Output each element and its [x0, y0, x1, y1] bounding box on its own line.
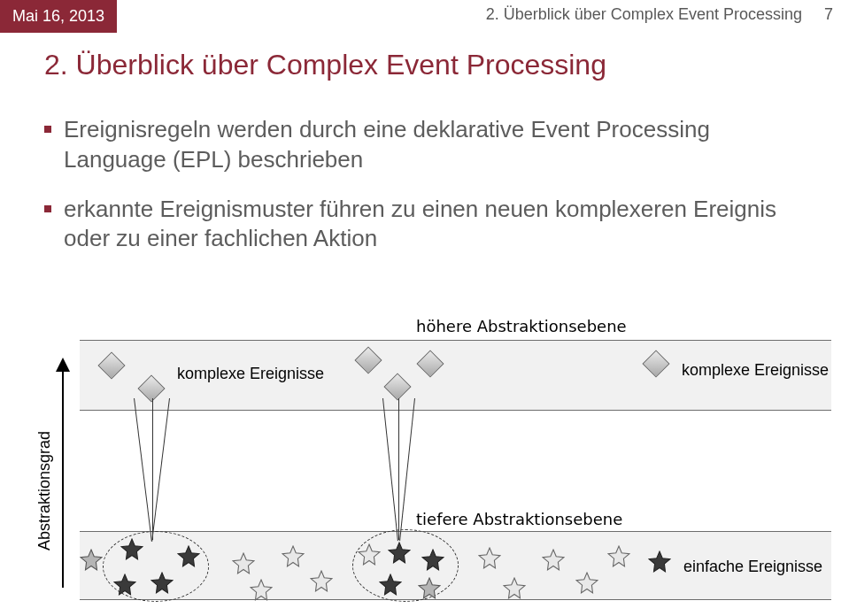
svg-marker-2: [81, 550, 102, 570]
star-icon: [282, 545, 305, 568]
star-icon: [388, 542, 411, 565]
star-icon: [421, 549, 444, 572]
svg-marker-7: [233, 553, 254, 574]
star-icon: [503, 577, 526, 600]
complex-events-right-label: komplexe Ereignisse: [682, 361, 829, 380]
header-section: 2. Überblick über Complex Event Processi…: [486, 5, 833, 24]
svg-marker-21: [649, 551, 670, 572]
svg-marker-14: [422, 550, 444, 570]
star-icon: [418, 577, 441, 600]
bullet-text: erkannte Ereignismuster führen zu einen …: [64, 195, 805, 255]
svg-marker-11: [359, 544, 380, 565]
svg-marker-18: [543, 550, 564, 570]
star-icon: [177, 545, 200, 568]
star-icon: [379, 574, 402, 597]
svg-marker-20: [608, 546, 629, 566]
connector-line: [398, 398, 399, 540]
svg-marker-13: [380, 574, 401, 595]
page-title: 2. Überblick über Complex Event Processi…: [44, 49, 606, 81]
abstraction-diagram: höhere Abstraktionsebene komplexe Ereign…: [18, 317, 831, 600]
star-icon: [80, 549, 103, 572]
simple-events-label: einfache Ereignisse: [683, 558, 822, 576]
svg-marker-19: [576, 573, 598, 593]
connector-line: [382, 398, 398, 541]
axis-label: Abstraktionsgrad: [35, 431, 54, 551]
star-icon: [358, 543, 381, 566]
star-icon: [478, 547, 501, 570]
axis-arrow-icon: [53, 358, 73, 588]
bullet-marker-icon: [44, 126, 51, 133]
connector-line: [399, 398, 415, 541]
star-icon: [310, 570, 333, 593]
star-icon: [113, 574, 136, 597]
svg-marker-3: [121, 539, 143, 559]
svg-marker-10: [311, 571, 332, 591]
star-icon: [648, 551, 671, 574]
bullet-item: erkannte Ereignismuster führen zu einen …: [44, 195, 805, 255]
bullet-marker-icon: [44, 205, 51, 212]
svg-marker-16: [479, 548, 500, 568]
star-icon: [542, 549, 565, 572]
bullet-list: Ereignisregeln werden durch eine deklara…: [44, 115, 805, 273]
svg-marker-1: [56, 358, 70, 372]
svg-marker-5: [151, 573, 173, 593]
lower-level-label: tiefere Abstraktionsebene: [416, 510, 622, 528]
svg-marker-6: [178, 546, 199, 566]
svg-marker-15: [419, 578, 440, 598]
header-date-bar: Mai 16, 2013: [0, 0, 117, 33]
svg-marker-17: [504, 578, 525, 598]
bullet-item: Ereignisregeln werden durch eine deklara…: [44, 115, 805, 175]
connector-line: [134, 398, 152, 542]
header-date: Mai 16, 2013: [12, 7, 104, 25]
svg-marker-4: [114, 574, 135, 595]
star-icon: [151, 572, 174, 595]
svg-marker-8: [251, 580, 272, 600]
star-icon: [250, 579, 273, 602]
header-page: 7: [824, 5, 833, 23]
star-icon: [120, 538, 143, 561]
svg-marker-9: [282, 546, 304, 566]
connector-line: [151, 398, 170, 542]
star-icon: [575, 572, 598, 595]
bullet-text: Ereignisregeln werden durch eine deklara…: [64, 115, 805, 175]
header-section-text: 2. Überblick über Complex Event Processi…: [486, 5, 802, 23]
star-icon: [232, 552, 255, 575]
higher-level-label: höhere Abstraktionsebene: [416, 317, 627, 335]
svg-marker-12: [389, 543, 410, 563]
star-icon: [607, 545, 630, 568]
complex-events-left-label: komplexe Ereignisse: [177, 365, 324, 383]
connector-line: [152, 398, 153, 540]
